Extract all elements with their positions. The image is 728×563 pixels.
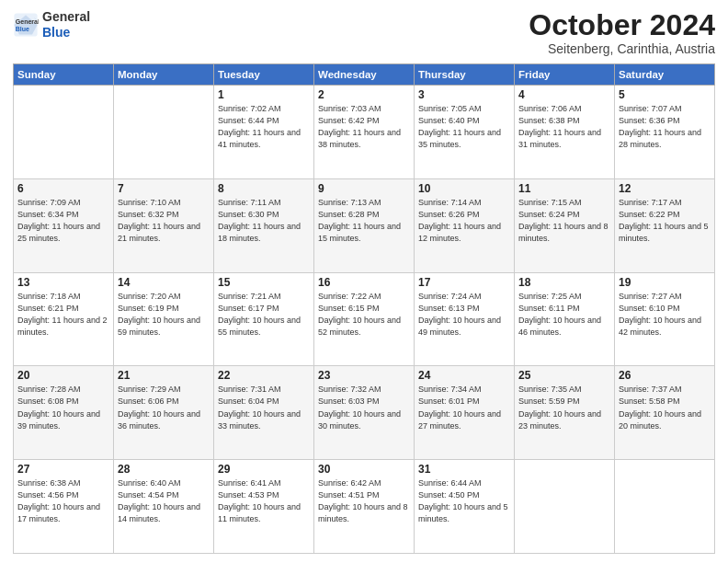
day-number: 2 <box>318 88 410 101</box>
day-number: 19 <box>619 276 711 289</box>
logo-line2: Blue <box>42 25 90 40</box>
day-cell: 20Sunrise: 7:28 AM Sunset: 6:08 PM Dayli… <box>14 366 114 460</box>
day-cell: 14Sunrise: 7:20 AM Sunset: 6:19 PM Dayli… <box>114 272 214 366</box>
day-info: Sunrise: 7:32 AM Sunset: 6:03 PM Dayligh… <box>318 384 410 431</box>
day-cell: 16Sunrise: 7:22 AM Sunset: 6:15 PM Dayli… <box>314 272 415 366</box>
day-cell: 10Sunrise: 7:14 AM Sunset: 6:26 PM Dayli… <box>415 178 515 272</box>
day-number: 12 <box>619 182 711 195</box>
day-info: Sunrise: 7:34 AM Sunset: 6:01 PM Dayligh… <box>418 384 510 431</box>
day-cell <box>515 460 615 554</box>
day-number: 17 <box>418 276 510 289</box>
day-info: Sunrise: 7:20 AM Sunset: 6:19 PM Dayligh… <box>118 291 210 339</box>
day-number: 16 <box>318 276 410 289</box>
col-header-thursday: Thursday <box>415 64 515 86</box>
day-info: Sunrise: 7:09 AM Sunset: 6:34 PM Dayligh… <box>17 197 109 245</box>
day-number: 23 <box>318 369 410 382</box>
day-number: 6 <box>17 182 109 195</box>
day-info: Sunrise: 7:31 AM Sunset: 6:04 PM Dayligh… <box>218 384 310 431</box>
day-info: Sunrise: 7:05 AM Sunset: 6:40 PM Dayligh… <box>418 103 510 151</box>
col-header-saturday: Saturday <box>615 64 715 86</box>
day-cell: 22Sunrise: 7:31 AM Sunset: 6:04 PM Dayli… <box>214 366 314 460</box>
page: General Blue General Blue October 2024 S… <box>0 0 728 563</box>
day-info: Sunrise: 7:24 AM Sunset: 6:13 PM Dayligh… <box>418 291 510 339</box>
week-row-1: 1Sunrise: 7:02 AM Sunset: 6:44 PM Daylig… <box>14 86 715 179</box>
week-row-2: 6Sunrise: 7:09 AM Sunset: 6:34 PM Daylig… <box>14 178 715 272</box>
day-info: Sunrise: 6:42 AM Sunset: 4:51 PM Dayligh… <box>318 477 410 525</box>
day-cell: 17Sunrise: 7:24 AM Sunset: 6:13 PM Dayli… <box>415 272 515 366</box>
day-cell <box>615 460 715 554</box>
day-number: 11 <box>518 182 610 195</box>
day-info: Sunrise: 6:40 AM Sunset: 4:54 PM Dayligh… <box>118 477 210 525</box>
month-title: October 2024 <box>529 9 715 41</box>
day-info: Sunrise: 6:44 AM Sunset: 4:50 PM Dayligh… <box>418 477 510 525</box>
col-header-wednesday: Wednesday <box>314 64 415 86</box>
day-number: 14 <box>118 276 210 289</box>
day-number: 13 <box>17 276 109 289</box>
day-cell: 23Sunrise: 7:32 AM Sunset: 6:03 PM Dayli… <box>314 366 415 460</box>
day-info: Sunrise: 7:27 AM Sunset: 6:10 PM Dayligh… <box>619 291 711 339</box>
day-info: Sunrise: 7:15 AM Sunset: 6:24 PM Dayligh… <box>518 197 610 245</box>
day-cell: 11Sunrise: 7:15 AM Sunset: 6:24 PM Dayli… <box>515 178 615 272</box>
day-info: Sunrise: 7:35 AM Sunset: 5:59 PM Dayligh… <box>518 384 610 431</box>
day-cell: 4Sunrise: 7:06 AM Sunset: 6:38 PM Daylig… <box>515 86 615 179</box>
svg-text:Blue: Blue <box>16 26 29 32</box>
day-number: 28 <box>118 463 210 476</box>
day-info: Sunrise: 6:41 AM Sunset: 4:53 PM Dayligh… <box>218 477 310 525</box>
day-info: Sunrise: 6:38 AM Sunset: 4:56 PM Dayligh… <box>17 477 109 525</box>
day-cell: 25Sunrise: 7:35 AM Sunset: 5:59 PM Dayli… <box>515 366 615 460</box>
day-info: Sunrise: 7:13 AM Sunset: 6:28 PM Dayligh… <box>318 197 410 245</box>
day-cell: 1Sunrise: 7:02 AM Sunset: 6:44 PM Daylig… <box>214 86 314 179</box>
day-number: 25 <box>518 369 610 382</box>
day-cell <box>114 86 214 179</box>
calendar-table: SundayMondayTuesdayWednesdayThursdayFrid… <box>13 63 715 554</box>
day-cell: 2Sunrise: 7:03 AM Sunset: 6:42 PM Daylig… <box>314 86 415 179</box>
day-info: Sunrise: 7:25 AM Sunset: 6:11 PM Dayligh… <box>518 291 610 339</box>
day-cell: 15Sunrise: 7:21 AM Sunset: 6:17 PM Dayli… <box>214 272 314 366</box>
day-info: Sunrise: 7:21 AM Sunset: 6:17 PM Dayligh… <box>218 291 310 339</box>
header-row: SundayMondayTuesdayWednesdayThursdayFrid… <box>14 64 715 86</box>
day-cell: 24Sunrise: 7:34 AM Sunset: 6:01 PM Dayli… <box>415 366 515 460</box>
day-cell: 7Sunrise: 7:10 AM Sunset: 6:32 PM Daylig… <box>114 178 214 272</box>
day-number: 9 <box>318 182 410 195</box>
day-number: 15 <box>218 276 310 289</box>
logo-line1: General <box>42 9 90 25</box>
week-row-4: 20Sunrise: 7:28 AM Sunset: 6:08 PM Dayli… <box>14 366 715 460</box>
day-cell: 13Sunrise: 7:18 AM Sunset: 6:21 PM Dayli… <box>14 272 114 366</box>
day-number: 22 <box>218 369 310 382</box>
week-row-3: 13Sunrise: 7:18 AM Sunset: 6:21 PM Dayli… <box>14 272 715 366</box>
day-info: Sunrise: 7:07 AM Sunset: 6:36 PM Dayligh… <box>619 103 711 151</box>
day-cell: 31Sunrise: 6:44 AM Sunset: 4:50 PM Dayli… <box>415 460 515 554</box>
day-info: Sunrise: 7:18 AM Sunset: 6:21 PM Dayligh… <box>17 291 109 339</box>
day-number: 18 <box>518 276 610 289</box>
day-number: 26 <box>619 369 711 382</box>
day-number: 27 <box>17 463 109 476</box>
location-subtitle: Seitenberg, Carinthia, Austria <box>529 41 715 56</box>
col-header-friday: Friday <box>515 64 615 86</box>
day-info: Sunrise: 7:22 AM Sunset: 6:15 PM Dayligh… <box>318 291 410 339</box>
day-info: Sunrise: 7:02 AM Sunset: 6:44 PM Dayligh… <box>218 103 310 151</box>
day-cell: 3Sunrise: 7:05 AM Sunset: 6:40 PM Daylig… <box>415 86 515 179</box>
col-header-tuesday: Tuesday <box>214 64 314 86</box>
header: General Blue General Blue October 2024 S… <box>13 9 715 56</box>
day-cell: 5Sunrise: 7:07 AM Sunset: 6:36 PM Daylig… <box>615 86 715 179</box>
day-info: Sunrise: 7:14 AM Sunset: 6:26 PM Dayligh… <box>418 197 510 245</box>
day-cell: 12Sunrise: 7:17 AM Sunset: 6:22 PM Dayli… <box>615 178 715 272</box>
day-info: Sunrise: 7:11 AM Sunset: 6:30 PM Dayligh… <box>218 197 310 245</box>
day-cell: 26Sunrise: 7:37 AM Sunset: 5:58 PM Dayli… <box>615 366 715 460</box>
day-number: 20 <box>17 369 109 382</box>
col-header-sunday: Sunday <box>14 64 114 86</box>
day-cell: 6Sunrise: 7:09 AM Sunset: 6:34 PM Daylig… <box>14 178 114 272</box>
day-number: 31 <box>418 463 510 476</box>
day-info: Sunrise: 7:06 AM Sunset: 6:38 PM Dayligh… <box>518 103 610 151</box>
day-number: 7 <box>118 182 210 195</box>
col-header-monday: Monday <box>114 64 214 86</box>
day-cell: 27Sunrise: 6:38 AM Sunset: 4:56 PM Dayli… <box>14 460 114 554</box>
day-info: Sunrise: 7:37 AM Sunset: 5:58 PM Dayligh… <box>619 384 711 431</box>
day-number: 1 <box>218 88 310 101</box>
day-cell: 19Sunrise: 7:27 AM Sunset: 6:10 PM Dayli… <box>615 272 715 366</box>
logo: General Blue General Blue <box>13 9 90 40</box>
day-cell <box>14 86 114 179</box>
logo-icon: General Blue <box>13 12 39 38</box>
day-cell: 30Sunrise: 6:42 AM Sunset: 4:51 PM Dayli… <box>314 460 415 554</box>
day-cell: 21Sunrise: 7:29 AM Sunset: 6:06 PM Dayli… <box>114 366 214 460</box>
